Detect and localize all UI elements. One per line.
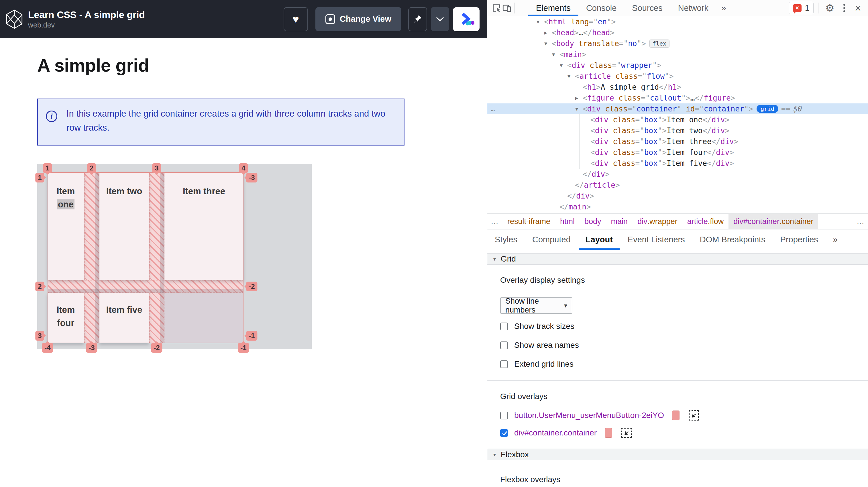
grid-overlay-row: div#container.container <box>500 427 632 439</box>
overlay-element-label[interactable]: div#container.container <box>514 428 597 437</box>
grid-line-badge: -1 <box>238 343 249 353</box>
flex-badge[interactable]: flex <box>649 39 670 48</box>
dom-tree-row[interactable]: ▶<head>…</head> <box>487 27 868 38</box>
dom-token: =" <box>636 148 644 157</box>
overlay-checkbox[interactable] <box>500 412 508 419</box>
grid-line-number: 3 <box>155 164 158 172</box>
checkbox-extend-grid-lines[interactable] <box>500 360 508 368</box>
grid-line-number: 1 <box>38 174 41 181</box>
expand-arrow-icon[interactable]: ▼ <box>567 73 575 79</box>
breadcrumb-item[interactable]: div#container.container <box>728 214 818 229</box>
show-element-icon[interactable] <box>621 428 632 438</box>
more-views-button[interactable] <box>431 7 449 31</box>
dom-token: h1 <box>668 83 677 91</box>
dom-tree-row[interactable]: <div class="box">Item two</div> <box>487 125 868 136</box>
grid-section-header[interactable]: ▼ Grid <box>487 253 868 265</box>
dom-tree-row[interactable]: <div class="box">Item one</div> <box>487 114 868 125</box>
dom-tree-row[interactable]: <div class="box">Item five</div> <box>487 158 868 169</box>
result-iframe: Item one Item two Item three Item four I… <box>37 164 312 349</box>
flexbox-section-header[interactable]: ▼ Flexbox <box>487 449 868 460</box>
dom-tree-row[interactable]: <div class="box">Item three</div> <box>487 136 868 147</box>
tab-layout[interactable]: Layout <box>578 230 620 250</box>
breadcrumb-item[interactable]: html <box>555 214 580 229</box>
overlay-element-label[interactable]: button.UserMenu_userMenuButton-2eiYO <box>514 411 664 420</box>
checkbox-show-area-names[interactable] <box>500 341 508 349</box>
favorite-button[interactable]: ♥ <box>284 7 308 31</box>
row-options-icon[interactable]: … <box>491 103 495 114</box>
expand-arrow-icon[interactable]: ▶ <box>575 95 583 101</box>
devtools-tab-elements[interactable]: Elements <box>528 0 578 16</box>
dom-tree-row[interactable]: ▼<main> <box>487 49 868 60</box>
breadcrumb-overflow-icon[interactable]: … <box>487 217 502 226</box>
breadcrumb-overflow-icon[interactable]: … <box>853 217 868 226</box>
tab-event-listeners[interactable]: Event Listeners <box>620 230 692 250</box>
expand-arrow-icon[interactable]: ▼ <box>575 106 583 112</box>
overlay-checkbox[interactable] <box>500 429 508 437</box>
settings-gear-icon[interactable]: ⚙ <box>825 3 835 13</box>
glitch-editor-button[interactable] <box>453 7 479 31</box>
devtools-tab-console[interactable]: Console <box>578 0 624 16</box>
expand-arrow-icon[interactable]: ▶ <box>544 30 552 35</box>
checkbox-show-track-sizes[interactable] <box>500 323 508 330</box>
more-tabs-icon[interactable]: » <box>826 230 845 250</box>
tab-dom-breakpoints[interactable]: DOM Breakpoints <box>692 230 773 250</box>
dom-token: > <box>730 148 734 157</box>
dom-token: < <box>590 159 595 168</box>
tab-properties[interactable]: Properties <box>773 230 826 250</box>
dom-tree-row[interactable]: </main> <box>487 202 868 212</box>
dom-token: div <box>595 126 609 135</box>
dom-token: class <box>609 148 636 157</box>
pin-button[interactable] <box>408 7 427 31</box>
dom-token: div <box>592 170 605 179</box>
dom-token: div <box>595 116 609 124</box>
dom-token: h1 <box>587 83 596 91</box>
breadcrumb-item[interactable]: result-iframe <box>502 214 555 229</box>
kebab-menu-icon[interactable] <box>839 3 849 13</box>
dom-tree-row[interactable]: ▼<body translate="no">flex <box>487 38 868 49</box>
show-element-icon[interactable] <box>689 410 699 421</box>
expand-arrow-icon[interactable]: ▼ <box>560 62 567 68</box>
error-count-badge[interactable]: × 1 <box>789 2 813 14</box>
change-view-button[interactable]: Change View <box>315 7 401 31</box>
breadcrumb-item[interactable]: article.flow <box>682 214 729 229</box>
breadcrumb-item[interactable]: main <box>606 214 633 229</box>
inspect-element-icon[interactable] <box>491 3 502 13</box>
expand-arrow-icon[interactable]: ▼ <box>536 19 544 25</box>
dom-token: class <box>585 61 612 70</box>
dom-tree-row[interactable]: </div> <box>487 169 868 180</box>
grid-item-three: Item three <box>164 172 244 280</box>
dom-tree-row[interactable]: ▼<article class="flow"> <box>487 71 868 82</box>
overlay-color-swatch[interactable] <box>672 410 680 420</box>
devtools-tab-sources[interactable]: Sources <box>624 0 670 16</box>
close-devtools-icon[interactable]: × <box>853 3 863 13</box>
dom-token: > <box>725 116 730 124</box>
tab-styles[interactable]: Styles <box>487 230 525 250</box>
breadcrumb-item[interactable]: div.wrapper <box>632 214 682 229</box>
device-toolbar-icon[interactable] <box>502 3 512 13</box>
info-callout: i In this example the grid container cre… <box>37 98 404 146</box>
overlay-line-display-select[interactable]: Show line numbers ▾ <box>500 297 572 314</box>
dom-tree-row[interactable]: ▼<html lang="en"> <box>487 16 868 27</box>
dom-tree-row[interactable]: </div> <box>487 190 868 202</box>
dom-tree-row[interactable]: …▼<div class="container" id="container">… <box>487 103 868 114</box>
dom-tree-row[interactable]: <h1>A simple grid</h1> <box>487 82 868 93</box>
dom-tree-row[interactable]: ▼<div class="wrapper"> <box>487 60 868 71</box>
dom-token: </ <box>567 192 576 200</box>
more-tabs-icon[interactable]: » <box>716 3 731 13</box>
expand-arrow-icon[interactable]: ▼ <box>552 52 559 57</box>
devtools-pane: ElementsConsoleSourcesNetwork » × 1 ⚙ × … <box>487 0 868 487</box>
dom-token: > <box>725 126 730 135</box>
gap-shadow <box>95 172 99 343</box>
grid-badge[interactable]: grid <box>756 105 778 113</box>
expand-arrow-icon[interactable]: ▼ <box>544 41 552 47</box>
devtools-tab-network[interactable]: Network <box>670 0 716 16</box>
overlay-display-settings-label: Overlay display settings <box>500 276 585 285</box>
breadcrumb-item[interactable]: body <box>580 214 606 229</box>
dom-tree-row[interactable]: </article> <box>487 180 868 190</box>
dom-token: div <box>595 148 609 157</box>
tab-computed[interactable]: Computed <box>525 230 578 250</box>
dom-tree-row[interactable]: ▶<figure class="callout">…</figure> <box>487 93 868 103</box>
dom-tree-row[interactable]: <div class="box">Item four</div> <box>487 147 868 158</box>
dom-token: box <box>644 137 658 146</box>
overlay-color-swatch[interactable] <box>605 428 612 438</box>
